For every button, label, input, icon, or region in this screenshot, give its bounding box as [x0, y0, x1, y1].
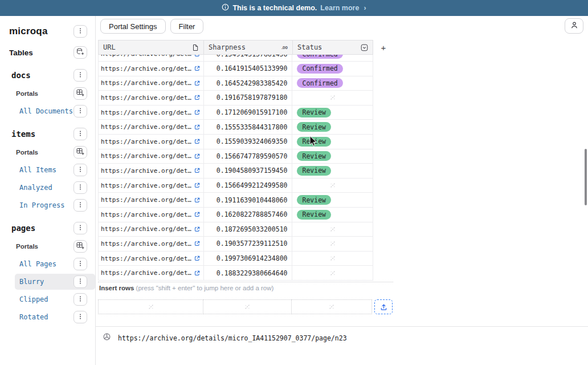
table-row[interactable]: https://archive.org/det…0.18832293806646… — [98, 266, 373, 281]
status-cell[interactable] — [292, 266, 373, 280]
external-link-icon[interactable] — [194, 94, 201, 101]
column-header-status[interactable]: Status — [292, 40, 373, 55]
sidebar-item-all-pages[interactable]: All Pages — [0, 256, 95, 272]
table-row[interactable]: https://archive.org/det…0.19035772391125… — [98, 237, 373, 252]
sharpness-cell[interactable]: 0.1549145137861456 — [204, 55, 292, 61]
sidebar-item-analyzed[interactable]: Analyzed — [0, 180, 95, 196]
external-link-icon[interactable] — [194, 211, 201, 218]
external-link-icon[interactable] — [194, 240, 201, 247]
table-row[interactable]: https://archive.org/det…0.19167581978791… — [98, 91, 373, 106]
user-button[interactable] — [565, 18, 583, 34]
table-row[interactable]: https://archive.org/det…0.15664992124995… — [98, 179, 373, 193]
sharpness-cell[interactable]: 0.1566499212499580 — [204, 179, 292, 193]
url-cell[interactable]: https://archive.org/det… — [99, 91, 204, 105]
table-row[interactable]: https://archive.org/det…0.16419154051339… — [98, 62, 373, 76]
portal-settings-button[interactable]: Portal Settings — [100, 19, 166, 34]
sharpness-cell[interactable]: 0.1566747789590570 — [204, 149, 292, 164]
grid-plus-button[interactable] — [74, 146, 87, 159]
sharpness-cell[interactable]: 0.1883229380664640 — [204, 266, 292, 280]
external-link-icon[interactable] — [194, 55, 201, 58]
add-column-button[interactable]: + — [373, 40, 394, 55]
table-row[interactable]: https://archive.org/det…0.15590393240693… — [98, 135, 373, 149]
table-row[interactable]: https://archive.org/det…0.17120690159171… — [98, 106, 373, 120]
kebab-button[interactable] — [74, 293, 87, 306]
base-menu-button[interactable] — [74, 25, 87, 38]
table-row[interactable]: https://archive.org/det…0.16208227888574… — [98, 208, 373, 222]
kebab-button[interactable] — [74, 275, 87, 288]
status-cell[interactable]: Review — [292, 135, 373, 149]
status-cell[interactable] — [292, 179, 373, 193]
learn-more-link[interactable]: Learn more — [320, 4, 359, 12]
grid-plus-button[interactable] — [74, 87, 87, 100]
vertical-scrollbar[interactable] — [585, 149, 587, 205]
url-cell[interactable]: https://archive.org/det… — [99, 149, 204, 164]
table-row[interactable]: https://archive.org/det…0.15553358443178… — [98, 120, 373, 135]
table-row[interactable]: https://archive.org/det…0.15491451378614… — [98, 55, 373, 62]
upload-row-button[interactable] — [374, 299, 393, 314]
sharpness-cell[interactable]: 0.1916758197879180 — [204, 91, 292, 105]
status-cell[interactable]: Review — [292, 208, 373, 222]
url-cell[interactable]: https://archive.org/det… — [99, 106, 204, 120]
url-cell[interactable]: https://archive.org/det… — [99, 120, 204, 134]
status-cell[interactable]: Review — [292, 149, 373, 164]
status-cell[interactable] — [292, 91, 373, 105]
insert-cell-url[interactable] — [98, 299, 203, 314]
insert-cell-status[interactable] — [291, 299, 372, 314]
external-link-icon[interactable] — [194, 197, 201, 204]
sidebar-item-in-progress[interactable]: In Progress — [0, 197, 95, 213]
grid-plus-button[interactable] — [74, 240, 87, 253]
table-row[interactable]: https://archive.org/det…0.16452429833854… — [98, 76, 373, 91]
url-cell[interactable]: https://archive.org/det… — [99, 164, 204, 178]
sharpness-cell[interactable]: 0.1645242983385420 — [204, 76, 292, 91]
kebab-button[interactable] — [74, 181, 87, 194]
url-cell[interactable]: https://archive.org/det… — [99, 208, 204, 222]
sharpness-cell[interactable]: 0.1872695033200510 — [204, 222, 292, 237]
sidebar-item-docs[interactable]: docs — [0, 67, 95, 83]
table-row[interactable]: https://archive.org/det…0.19973069142348… — [98, 252, 373, 266]
external-link-icon[interactable] — [194, 167, 201, 174]
external-link-icon[interactable] — [194, 109, 201, 116]
url-cell[interactable]: https://archive.org/det… — [99, 179, 204, 193]
external-link-icon[interactable] — [194, 270, 201, 277]
status-cell[interactable] — [292, 252, 373, 266]
status-cell[interactable] — [292, 237, 373, 251]
sidebar-item-rotated[interactable]: Rotated — [0, 309, 95, 325]
kebab-button[interactable] — [74, 311, 87, 323]
status-cell[interactable] — [292, 222, 373, 237]
url-cell[interactable]: https://archive.org/det… — [99, 55, 204, 61]
url-cell[interactable]: https://archive.org/det… — [99, 266, 204, 280]
kebab-button[interactable] — [74, 222, 87, 234]
status-cell[interactable]: Review — [292, 193, 373, 207]
sharpness-cell[interactable]: 0.1911639010448060 — [204, 193, 292, 207]
kebab-button[interactable] — [74, 164, 87, 176]
status-cell[interactable]: Confirmed — [292, 55, 373, 61]
external-link-icon[interactable] — [194, 226, 201, 233]
sidebar-item-pages[interactable]: pages — [0, 220, 95, 236]
url-cell[interactable]: https://archive.org/det… — [99, 252, 204, 266]
external-link-icon[interactable] — [194, 65, 201, 72]
table-row[interactable]: https://archive.org/det…0.15667477895905… — [98, 149, 373, 164]
external-link-icon[interactable] — [194, 80, 201, 87]
url-cell[interactable]: https://archive.org/det… — [99, 193, 204, 207]
status-cell[interactable]: Confirmed — [292, 62, 373, 76]
database-plus-button[interactable] — [74, 46, 87, 59]
url-cell[interactable]: https://archive.org/det… — [99, 237, 204, 251]
kebab-button[interactable] — [74, 258, 87, 270]
sharpness-cell[interactable]: 0.1903577239112510 — [204, 237, 292, 251]
external-link-icon[interactable] — [194, 153, 201, 160]
url-cell[interactable]: https://archive.org/det… — [99, 76, 204, 91]
external-link-icon[interactable] — [194, 255, 201, 262]
record-url[interactable]: https://archive.org/details/micro_IA4115… — [118, 334, 347, 342]
sharpness-cell[interactable]: 0.1620822788857460 — [204, 208, 292, 222]
table-row[interactable]: https://archive.org/det…0.19116390104480… — [98, 193, 373, 208]
url-cell[interactable]: https://archive.org/det… — [99, 62, 204, 76]
status-cell[interactable]: Review — [292, 106, 373, 120]
sidebar-item-blurry[interactable]: Blurry — [15, 274, 95, 290]
url-cell[interactable]: https://archive.org/det… — [99, 222, 204, 237]
filter-button[interactable]: Filter — [170, 19, 204, 34]
sidebar-item-all-items[interactable]: All Items — [0, 162, 95, 178]
table-row[interactable]: https://archive.org/det…0.19045809371594… — [98, 164, 373, 179]
kebab-button[interactable] — [74, 128, 87, 140]
status-cell[interactable]: Review — [292, 164, 373, 178]
status-cell[interactable]: Review — [292, 120, 373, 134]
